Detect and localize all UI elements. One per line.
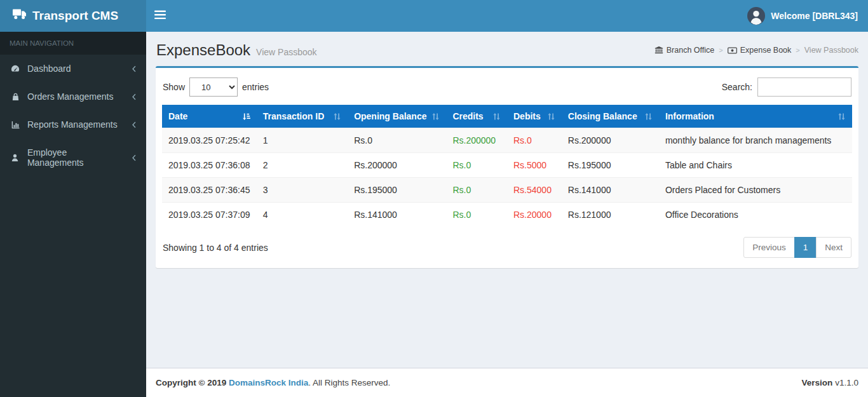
app-window: Transport CMS <box>0 0 868 397</box>
bank-icon <box>654 46 663 54</box>
search-label: Search: <box>722 82 752 92</box>
chevron-left-icon <box>132 93 137 100</box>
cell-transaction-id: 3 <box>257 178 348 203</box>
dashboard-gauge-icon <box>10 64 21 74</box>
sidebar-toggle-button[interactable] <box>146 0 174 32</box>
page-length-control: Show 10 entries <box>163 77 269 97</box>
company-link[interactable]: DomainsRock India <box>229 378 308 387</box>
column-header-transaction-id[interactable]: Transaction ID <box>257 105 348 128</box>
column-label: Credits <box>452 111 483 121</box>
next-page-button[interactable]: Next <box>816 237 851 258</box>
copyright-text: Copyright © 2019 DomainsRock India. All … <box>156 378 390 387</box>
cell-debits: Rs.0 <box>507 128 562 153</box>
page-length-select[interactable]: 10 <box>189 77 238 97</box>
sidebar-item-employee-managements[interactable]: Employee Managements <box>0 138 146 177</box>
cell-information: Orders Placed for Customers <box>659 178 852 203</box>
cell-debits: Rs.20000 <box>507 203 562 227</box>
show-label: Show <box>163 82 185 92</box>
sidebar: MAIN NAVIGATION Dashboard <box>0 32 146 397</box>
sort-both-icon <box>837 112 846 121</box>
sidebar-item-dashboard[interactable]: Dashboard <box>0 55 146 83</box>
table-row: 2019.03.25 07:25:42 1 Rs.0 Rs.200000 Rs.… <box>162 128 852 153</box>
table-row: 2019.03.25 07:37:09 4 Rs.141000 Rs.0 Rs.… <box>162 203 852 227</box>
table-header-row: Date <box>162 105 852 128</box>
column-header-closing-balance[interactable]: Closing Balance <box>562 105 659 128</box>
cell-information: monthly balance for branch managements <box>659 128 852 153</box>
welcome-label: Welcome [DBRL343] <box>771 11 858 21</box>
page-title: ExpenseBook <box>156 41 250 59</box>
table-footer: Showing 1 to 4 of 4 entries Previous 1 N… <box>163 237 851 258</box>
page-number-button[interactable]: 1 <box>794 237 817 258</box>
page-subtitle: View Passbook <box>256 47 316 57</box>
cell-opening-balance: Rs.200000 <box>348 153 446 178</box>
column-header-opening-balance[interactable]: Opening Balance <box>348 105 446 128</box>
cell-debits: Rs.5000 <box>507 153 562 178</box>
column-header-information[interactable]: Information <box>659 105 852 128</box>
entries-label: entries <box>242 82 269 92</box>
cell-date: 2019.03.25 07:36:45 <box>162 178 257 203</box>
previous-page-button[interactable]: Previous <box>743 237 795 258</box>
table-controls: Show 10 entries Search: <box>163 77 851 97</box>
sidebar-section-label: MAIN NAVIGATION <box>0 32 146 55</box>
sort-both-icon <box>644 112 653 121</box>
cell-transaction-id: 2 <box>257 153 348 178</box>
table-row: 2019.03.25 07:36:45 3 Rs.195000 Rs.0 Rs.… <box>162 178 852 203</box>
column-header-date[interactable]: Date <box>162 105 257 128</box>
sidebar-item-orders-managements[interactable]: Orders Managements <box>0 83 146 111</box>
app-logo[interactable]: Transport CMS <box>0 0 146 32</box>
cell-opening-balance: Rs.195000 <box>348 178 446 203</box>
shopping-bag-icon <box>10 92 21 102</box>
cell-closing-balance: Rs.141000 <box>562 178 659 203</box>
cell-credits: Rs.0 <box>446 178 507 203</box>
cell-date: 2019.03.25 07:25:42 <box>162 128 257 153</box>
version-label: Version <box>801 378 832 387</box>
breadcrumb-label: Expense Book <box>740 46 792 55</box>
breadcrumb-expense-book[interactable]: Expense Book <box>728 46 792 55</box>
breadcrumb-branch-office[interactable]: Branch Office <box>654 46 715 55</box>
cell-transaction-id: 1 <box>257 128 348 153</box>
breadcrumb-separator: > <box>719 46 722 54</box>
cell-transaction-id: 4 <box>257 203 348 227</box>
sort-amount-asc-icon <box>242 112 250 121</box>
breadcrumb-label: Branch Office <box>667 46 715 55</box>
sort-both-icon <box>333 112 341 121</box>
top-bar: Transport CMS <box>0 0 868 32</box>
person-icon <box>10 153 21 163</box>
navbar: Welcome [DBRL343] <box>146 0 868 32</box>
user-menu[interactable]: Welcome [DBRL343] <box>747 0 868 32</box>
table-row: 2019.03.25 07:36:08 2 Rs.200000 Rs.0 Rs.… <box>162 153 852 178</box>
column-header-credits[interactable]: Credits <box>446 105 507 128</box>
bar-chart-icon <box>10 120 21 130</box>
cell-closing-balance: Rs.200000 <box>562 128 659 153</box>
cell-date: 2019.03.25 07:37:09 <box>162 203 257 227</box>
content-area: ExpenseBook View Passbook <box>146 32 868 397</box>
content-header: ExpenseBook View Passbook <box>146 32 868 66</box>
version-value: v1.1.0 <box>835 378 858 387</box>
cell-opening-balance: Rs.0 <box>348 128 446 153</box>
chevron-left-icon <box>132 154 137 161</box>
copyright-prefix: Copyright © 2019 <box>156 378 229 387</box>
cell-credits: Rs.0 <box>446 203 507 227</box>
chevron-left-icon <box>132 121 137 128</box>
page-footer: Copyright © 2019 DomainsRock India. All … <box>146 368 868 397</box>
cell-information: Table and Chairs <box>659 153 852 178</box>
sidebar-item-reports-managements[interactable]: Reports Managements <box>0 111 146 138</box>
sidebar-item-label: Employee Managements <box>27 147 125 168</box>
cell-date: 2019.03.25 07:36:08 <box>162 153 257 178</box>
sort-both-icon <box>492 112 501 121</box>
breadcrumb-separator: > <box>796 46 799 54</box>
breadcrumb-view-passbook: View Passbook <box>804 46 858 55</box>
cell-credits: Rs.0 <box>446 153 507 178</box>
column-label: Date <box>168 111 187 121</box>
cell-closing-balance: Rs.195000 <box>562 153 659 178</box>
app-title: Transport CMS <box>32 9 118 23</box>
entries-summary: Showing 1 to 4 of 4 entries <box>163 243 268 253</box>
cell-information: Office Decorations <box>659 203 852 227</box>
search-control: Search: <box>722 77 851 97</box>
pagination: Previous 1 Next <box>743 237 851 258</box>
search-input[interactable] <box>757 77 851 97</box>
column-label: Information <box>665 111 714 121</box>
column-header-debits[interactable]: Debits <box>507 105 562 128</box>
breadcrumb: Branch Office > Expense Book > <box>654 46 858 55</box>
version-text: Versionv1.1.0 <box>801 378 858 387</box>
